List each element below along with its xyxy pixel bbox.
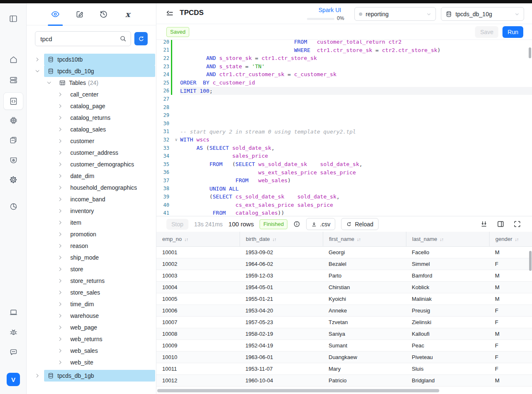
tree-item-catalog_page[interactable]: catalog_page [27,100,156,112]
chevron-right-icon[interactable] [57,173,64,179]
code-line[interactable]: 28 [156,103,532,112]
chevron-right-icon[interactable] [57,243,64,249]
info-icon[interactable] [293,221,300,228]
column-header-birth_date[interactable]: birth_date↓↑ [240,232,323,246]
chevron-right-icon[interactable] [57,301,64,307]
chevron-down-icon[interactable] [46,79,52,86]
chevron-right-icon[interactable] [34,372,41,379]
tree-item-household_demographics[interactable]: household_demographics [27,182,156,193]
table-row[interactable]: 100051955-01-21KyoichiMaliniakM [156,293,532,305]
tree-item-promotion[interactable]: promotion [27,228,156,240]
tree-item-Tables[interactable]: Tables(24) [27,77,156,89]
code-line[interactable]: 34 sales_price [156,152,532,160]
tree-item-web_site[interactable]: web_site [27,357,156,368]
chevron-right-icon[interactable] [57,161,64,168]
code-line[interactable]: 41 FROM catalog_sales)) [156,209,532,216]
code-line[interactable]: 37 FROM web_sales) [156,176,532,185]
tree-item-warehouse[interactable]: warehouse [27,310,156,322]
column-header-emp_no[interactable]: emp_no↓↑ [156,232,240,246]
table-vertical-scrollbar[interactable] [529,251,532,271]
sort-icon[interactable]: ↓↑ [515,237,518,242]
code-line[interactable]: 39 (SELECT cs_sold_date_sk sold_date_sk, [156,193,532,201]
tree-item-date_dim[interactable]: date_dim [27,170,156,182]
rail-item-compute[interactable] [6,113,21,128]
column-header-first_name[interactable]: first_name↓↑ [323,232,406,246]
tree-item-reason[interactable]: reason [27,240,156,252]
table-row[interactable]: 100121960-10-04PatricioBridglandM [156,375,532,387]
tree-item-call_center[interactable]: call_center [27,89,156,100]
tree-item-tpcds_db_1gb[interactable]: tpcds_db_1gb [27,370,156,382]
tab-compose[interactable] [71,6,88,22]
table-row[interactable]: 100031959-12-03PartoBamfordM [156,270,532,282]
rail-item-device[interactable] [6,305,21,320]
table-horizontal-scrollbar[interactable] [156,389,532,392]
rail-item-settings[interactable] [6,172,21,187]
code-line[interactable]: 30 [156,119,532,128]
tree-item-customer[interactable]: customer [27,135,156,147]
table-row[interactable]: 100101963-06-01DuangkaewPiveteauF [156,352,532,363]
collapse-sidebar-icon[interactable] [165,9,175,19]
code-line[interactable]: 36 ws_ext_sales_price sales_price [156,169,532,177]
chevron-right-icon[interactable] [57,278,64,284]
tree-item-web_sales[interactable]: web_sales [27,345,156,357]
rail-item-panel-toggle[interactable] [6,11,21,26]
tree-item-income_band[interactable]: income_band [27,193,156,205]
rail-item-sql-editor[interactable] [3,92,23,110]
code-line[interactable]: 38 UNION ALL [156,185,532,193]
refresh-tree-button[interactable] [134,32,148,45]
table-row[interactable]: 100091952-04-19SumantPeacF [156,340,532,352]
database-select[interactable]: tpcds_db_10g [441,7,524,21]
chevron-right-icon[interactable] [57,347,64,354]
chevron-right-icon[interactable] [57,138,64,144]
code-line[interactable]: 21 WHERE ctr1.ctr_store_sk = ctr2.ctr_st… [156,46,532,55]
stop-button[interactable]: Stop [166,219,188,230]
sort-icon[interactable]: ↓↑ [184,237,188,242]
chevron-right-icon[interactable] [57,359,64,366]
code-line[interactable]: 29 [156,111,532,119]
tree-item-item[interactable]: item [27,217,156,228]
version-button[interactable]: V [7,373,20,386]
chevron-right-icon[interactable] [57,266,64,273]
table-row[interactable]: 100071957-05-23TzvetanZielinskiF [156,317,532,328]
sql-editor[interactable]: 20 FROM customer_total_return ctr221 WHE… [156,40,532,216]
code-line[interactable]: 24 AND ctr1.ctr_customer_sk = c_customer… [156,70,532,79]
sort-icon[interactable]: ↓↑ [357,237,361,242]
tree-item-tpcds_db_10g[interactable]: tpcds_db_10g [27,65,156,77]
column-header-last_name[interactable]: last_name↓↑ [406,232,489,246]
spark-ui-link[interactable]: Spark UI [311,7,349,13]
code-line[interactable]: 22 AND s_store_sk = ctr1.ctr_store_sk [156,54,532,62]
search-input[interactable] [35,32,131,46]
sort-icon[interactable]: ↓↑ [440,237,443,242]
chevron-right-icon[interactable] [57,184,64,191]
chevron-right-icon[interactable] [57,149,64,156]
rail-item-home[interactable] [6,52,21,67]
code-line[interactable]: 27 [156,95,532,103]
chevron-right-icon[interactable] [57,312,64,319]
tab-variables[interactable]: x [119,6,136,22]
fullscreen-icon[interactable] [513,220,521,228]
tree-item-time_dim[interactable]: time_dim [27,298,156,310]
tab-history[interactable] [95,6,112,22]
table-row[interactable]: 100111953-11-07MarySluisF [156,363,532,375]
table-row[interactable]: 100061953-04-20AnnekePreusigF [156,305,532,317]
tab-explore[interactable] [47,6,64,22]
dock-bottom-icon[interactable] [480,220,488,228]
tree-item-customer_address[interactable]: customer_address [27,147,156,159]
chevron-right-icon[interactable] [57,254,64,261]
rail-item-badge-star[interactable] [6,153,21,168]
chevron-right-icon[interactable] [57,219,64,226]
chevron-right-icon[interactable] [57,336,64,342]
tree-item-tpcds10tb[interactable]: tpcds10tb [27,54,156,65]
chevron-right-icon[interactable] [57,289,64,296]
rail-item-documents[interactable] [6,133,21,148]
rail-item-usage-pie[interactable] [6,199,21,214]
chevron-right-icon[interactable] [57,324,64,331]
reload-button[interactable]: Reload [341,218,378,230]
chevron-right-icon[interactable] [57,208,64,214]
code-line[interactable]: 31-- start query 2 in stream 0 using tem… [156,128,532,136]
sort-icon[interactable]: ↓↑ [272,237,276,242]
code-line[interactable]: 33 AS (SELECT sold_date_sk, [156,144,532,152]
save-button[interactable]: Save [475,26,498,38]
tree-item-inventory[interactable]: inventory [27,205,156,217]
fold-chevron-icon[interactable]: ∨ [172,137,180,142]
